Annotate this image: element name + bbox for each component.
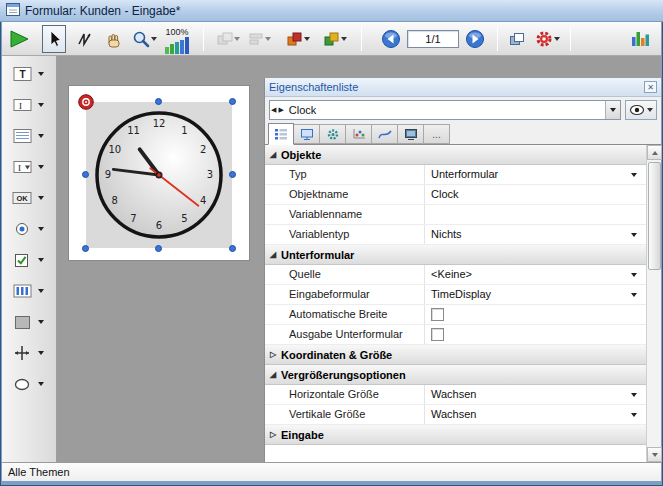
property-row-typ: Typ Unterformular — [265, 165, 646, 185]
controls-toolbar: T I I OK — [2, 56, 57, 462]
tab-chart[interactable] — [346, 124, 372, 144]
chevron-down-icon[interactable] — [38, 227, 44, 231]
ellipse-icon — [13, 377, 31, 392]
chevron-down-icon[interactable] — [38, 103, 44, 107]
chevron-down-icon[interactable] — [38, 165, 44, 169]
frame-control-button[interactable] — [9, 309, 35, 335]
scroll-up-button[interactable] — [647, 145, 662, 160]
variablentyp-dropdown[interactable]: Nichts — [425, 225, 646, 244]
cursor-arrow-icon — [45, 30, 63, 48]
page-indicator[interactable]: 1/1 — [407, 30, 459, 48]
automatische-breite-checkbox[interactable] — [431, 308, 444, 321]
resize-handle[interactable] — [155, 245, 162, 252]
section-header-objekte[interactable]: ◢ Objekte — [265, 145, 646, 165]
eingabeformular-dropdown[interactable]: TimeDisplay — [425, 285, 646, 304]
chevron-down-icon[interactable] — [605, 101, 620, 119]
run-form-button[interactable] — [6, 25, 32, 53]
property-row-variablenname: Variablenname — [265, 205, 646, 225]
frame-icon — [14, 315, 31, 330]
next-object-icon[interactable]: ▶ — [277, 106, 284, 114]
typ-dropdown[interactable]: Unterformular — [425, 165, 646, 184]
ellipse-control-button[interactable] — [9, 371, 35, 397]
visibility-filter-button[interactable] — [625, 100, 657, 120]
horizontale-groesse-dropdown[interactable]: Wachsen — [425, 385, 646, 404]
tab-display[interactable] — [294, 124, 320, 144]
objektname-field[interactable]: Clock — [425, 185, 646, 204]
magnifier-icon — [132, 30, 150, 48]
curve-icon — [378, 128, 392, 140]
form-surface[interactable]: 12 1 2 3 4 5 6 7 8 9 10 11 — [68, 85, 250, 261]
quelle-dropdown[interactable]: <Keine> — [425, 265, 646, 284]
previous-page-button[interactable] — [379, 25, 403, 53]
resize-handle[interactable] — [82, 245, 89, 252]
datasource-badge-icon — [78, 94, 94, 112]
chevron-down-icon — [265, 37, 271, 41]
settings-button[interactable] — [533, 25, 562, 53]
object-selector-row: ◀ ▶ Clock — [265, 97, 661, 123]
ausgabe-unterformular-checkbox[interactable] — [431, 328, 444, 341]
combobox-control-button[interactable]: I — [9, 154, 35, 180]
chevron-down-icon[interactable] — [38, 351, 44, 355]
chevron-down-icon[interactable] — [38, 289, 44, 293]
pan-tool-button[interactable] — [102, 25, 126, 53]
workspace: T I I OK — [2, 56, 661, 462]
fill-color-button[interactable] — [285, 25, 312, 53]
close-panel-button[interactable]: ✕ — [644, 81, 657, 93]
clock-widget[interactable]: 12 1 2 3 4 5 6 7 8 9 10 11 — [86, 102, 232, 248]
resize-handle[interactable] — [82, 171, 89, 178]
group-objects-button[interactable] — [215, 25, 242, 53]
tab-curve[interactable] — [372, 124, 398, 144]
border-color-button[interactable] — [322, 25, 349, 53]
section-header-vergroesserungsoptionen[interactable]: ◢ Vergrößerungsoptionen — [265, 365, 646, 385]
chevron-down-icon[interactable] — [38, 382, 44, 386]
chevron-down-icon[interactable] — [38, 196, 44, 200]
scroll-down-button[interactable] — [647, 447, 662, 462]
tab-more[interactable]: ... — [424, 124, 450, 144]
section-header-unterformular[interactable]: ◢ Unterformular — [265, 245, 646, 265]
radio-control-button[interactable] — [9, 216, 35, 242]
section-header-eingabe[interactable]: ▷ Eingabe — [265, 425, 646, 445]
titlebar[interactable]: Formular: Kunden - Eingabe* — [0, 0, 663, 22]
panel-scrollbar[interactable] — [646, 145, 661, 462]
vertikale-groesse-dropdown[interactable]: Wachsen — [425, 405, 646, 424]
panel-header[interactable]: Eigenschaftenliste ✕ — [265, 78, 661, 97]
charts-button[interactable] — [629, 25, 653, 53]
label-control-button[interactable]: T — [9, 61, 35, 87]
layers-button[interactable] — [505, 25, 529, 53]
scrollbar-thumb[interactable] — [648, 162, 661, 270]
tab-settings[interactable] — [320, 124, 346, 144]
chevron-down-icon[interactable] — [38, 134, 44, 138]
zoom-bars-icon — [165, 37, 189, 54]
tab-order-tool-button[interactable] — [74, 25, 98, 53]
object-selector[interactable]: ◀ ▶ Clock — [269, 100, 621, 120]
section-header-koordinaten[interactable]: ▷ Koordinaten & Größe — [265, 345, 646, 365]
splitter-control-button[interactable] — [9, 340, 35, 366]
expanded-icon: ◢ — [265, 370, 281, 379]
resize-handle[interactable] — [229, 245, 236, 252]
resize-handle[interactable] — [155, 98, 162, 105]
next-page-button[interactable] — [463, 25, 487, 53]
zoom-level-indicator[interactable]: 100% — [165, 24, 189, 54]
svg-text:9: 9 — [105, 169, 111, 180]
variablenname-field[interactable] — [425, 205, 646, 224]
chevron-down-icon[interactable] — [38, 72, 44, 76]
zoom-tool-button[interactable] — [130, 25, 159, 53]
pointer-tool-button[interactable] — [42, 25, 66, 53]
tab-properties[interactable] — [268, 123, 294, 145]
align-objects-button[interactable] — [246, 25, 273, 53]
chevron-down-icon[interactable] — [38, 320, 44, 324]
resize-handle[interactable] — [229, 98, 236, 105]
button-control-button[interactable]: OK — [9, 185, 35, 211]
tab-screen[interactable] — [398, 124, 424, 144]
resize-handle[interactable] — [229, 171, 236, 178]
text-field-control-button[interactable]: I — [9, 92, 35, 118]
chevron-down-icon — [652, 453, 658, 457]
chevron-down-icon[interactable] — [38, 258, 44, 262]
chevron-down-icon — [647, 108, 653, 112]
listbox-control-button[interactable] — [9, 123, 35, 149]
chevron-down-icon — [234, 37, 240, 41]
scatter-chart-icon — [352, 128, 366, 140]
checkbox-control-button[interactable] — [9, 247, 35, 273]
toolbar-control-button[interactable] — [9, 278, 35, 304]
prev-object-icon[interactable]: ◀ — [270, 106, 277, 114]
